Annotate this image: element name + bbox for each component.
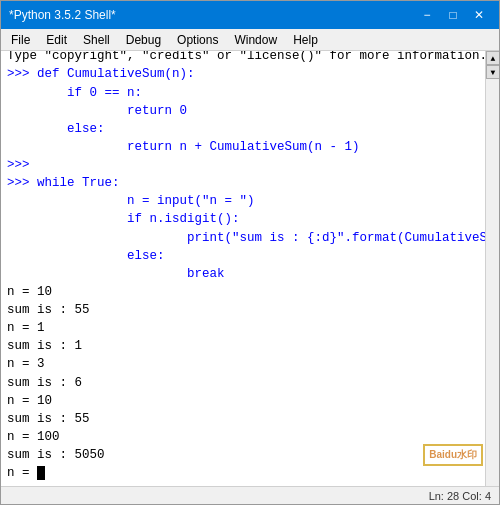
scroll-up-button[interactable]: ▲ [486,51,499,65]
code-line: return 0 [7,102,493,120]
status-bar: Ln: 28 Col: 4 [1,486,499,504]
menu-file[interactable]: File [5,31,36,49]
code-line: else: [7,120,493,138]
code-line: sum is : 1 [7,337,493,355]
title-bar: *Python 3.5.2 Shell* − □ ✕ [1,1,499,29]
window-title: *Python 3.5.2 Shell* [9,8,116,22]
scroll-down-button[interactable]: ▼ [486,65,499,79]
code-line: break [7,265,493,283]
code-line: >>> def CumulativeSum(n): [7,65,493,83]
code-line: n = 10 [7,283,493,301]
shell-area[interactable]: Python 3.5.2 (v3.5.2:4def2a2901a5, Jun 2… [1,51,499,486]
code-line: if n.isdigit(): [7,210,493,228]
code-line: >>> while True: [7,174,493,192]
maximize-button[interactable]: □ [441,5,465,25]
code-line: Type "copyright", "credits" or "license(… [7,51,493,65]
code-line: n = 10 [7,392,493,410]
code-line: if 0 == n: [7,84,493,102]
code-line: n = 1 [7,319,493,337]
code-line: n = input("n = ") [7,192,493,210]
watermark: Baidu水印 [423,444,483,466]
code-line: n = [7,464,493,482]
menu-edit[interactable]: Edit [40,31,73,49]
status-text: Ln: 28 Col: 4 [429,490,491,502]
code-line: sum is : 55 [7,301,493,319]
menu-help[interactable]: Help [287,31,324,49]
close-button[interactable]: ✕ [467,5,491,25]
code-line: return n + CumulativeSum(n - 1) [7,138,493,156]
code-line: sum is : 55 [7,410,493,428]
title-buttons: − □ ✕ [415,5,491,25]
code-line: >>> [7,156,493,174]
menu-debug[interactable]: Debug [120,31,167,49]
menu-window[interactable]: Window [228,31,283,49]
menu-options[interactable]: Options [171,31,224,49]
code-line: print("sum is : {:d}".format(CumulativeS… [7,229,493,247]
code-line: n = 100 [7,428,493,446]
shell-content: Python 3.5.2 (v3.5.2:4def2a2901a5, Jun 2… [1,51,499,486]
menu-bar: File Edit Shell Debug Options Window Hel… [1,29,499,51]
code-line: sum is : 5050 [7,446,493,464]
code-line: n = 3 [7,355,493,373]
main-window: *Python 3.5.2 Shell* − □ ✕ File Edit She… [0,0,500,505]
code-line: else: [7,247,493,265]
menu-shell[interactable]: Shell [77,31,116,49]
code-line: sum is : 6 [7,374,493,392]
scrollbar[interactable]: ▲ ▼ [485,51,499,486]
minimize-button[interactable]: − [415,5,439,25]
